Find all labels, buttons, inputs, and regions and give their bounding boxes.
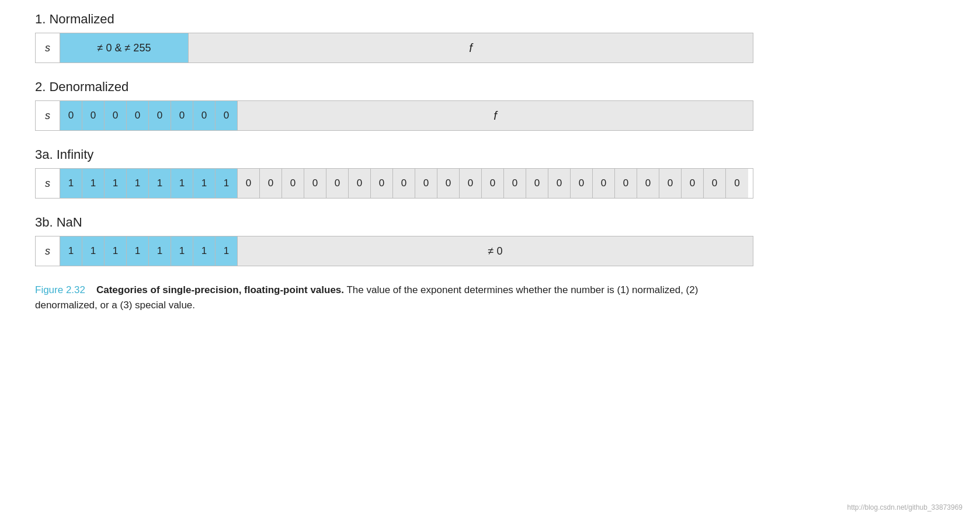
inf-frac-bit-5: 0 <box>349 169 371 198</box>
nan-frac-label: ≠ 0 <box>488 245 503 257</box>
inf-frac-bit-4: 0 <box>326 169 349 198</box>
inf-frac-bit-9: 0 <box>437 169 460 198</box>
denorm-bit-0: 0 <box>60 101 82 130</box>
caption-spacer <box>88 284 93 295</box>
denormalized-row: s 0 0 0 0 0 0 0 0 f <box>35 100 753 131</box>
inf-s-label: s <box>45 178 50 190</box>
inf-frac-bit-6: 0 <box>371 169 393 198</box>
infinity-section: 3a. Infinity s 1 1 1 1 1 1 1 1 0 0 0 0 0… <box>35 147 945 199</box>
inf-s-cell: s <box>36 169 60 198</box>
infinity-row: s 1 1 1 1 1 1 1 1 0 0 0 0 0 0 0 0 0 0 0 … <box>35 168 753 199</box>
denorm-frac-cell: f <box>238 101 753 130</box>
inf-frac-bit-17: 0 <box>615 169 637 198</box>
nan-exp-bit-1: 1 <box>82 236 105 266</box>
inf-frac-bit-16: 0 <box>593 169 615 198</box>
watermark: http://blog.csdn.net/github_33873969 <box>847 503 963 511</box>
denorm-bit-7: 0 <box>216 101 238 130</box>
normalized-s-cell: s <box>36 33 60 62</box>
normalized-row: s ≠ 0 & ≠ 255 f <box>35 33 753 63</box>
normalized-title: 1. Normalized <box>35 12 945 27</box>
nan-exp-bit-7: 1 <box>216 236 238 266</box>
nan-s-cell: s <box>36 236 60 266</box>
normalized-section: 1. Normalized s ≠ 0 & ≠ 255 f <box>35 12 945 63</box>
nan-section: 3b. NaN s 1 1 1 1 1 1 1 1 ≠ 0 <box>35 215 945 266</box>
inf-frac-bit-19: 0 <box>659 169 682 198</box>
denormalized-title: 2. Denormalized <box>35 79 945 95</box>
nan-title: 3b. NaN <box>35 215 945 230</box>
inf-frac-bit-10: 0 <box>460 169 482 198</box>
inf-frac-bit-0: 0 <box>238 169 260 198</box>
denorm-frac-label: f <box>494 109 497 123</box>
nan-s-label: s <box>45 245 50 257</box>
inf-frac-bit-14: 0 <box>548 169 571 198</box>
inf-frac-bit-18: 0 <box>637 169 659 198</box>
nan-exp-bit-4: 1 <box>149 236 171 266</box>
denormalized-section: 2. Denormalized s 0 0 0 0 0 0 0 0 f <box>35 79 945 131</box>
nan-row: s 1 1 1 1 1 1 1 1 ≠ 0 <box>35 236 753 266</box>
denorm-s-cell: s <box>36 101 60 130</box>
caption-bold-text: Categories of single-precision, floating… <box>96 284 344 295</box>
nan-exp-bit-0: 1 <box>60 236 82 266</box>
denorm-s-label: s <box>45 110 50 122</box>
caption-label: Figure 2.32 <box>35 284 85 295</box>
inf-frac-bit-1: 0 <box>260 169 282 198</box>
nan-exp-bit-2: 1 <box>105 236 127 266</box>
normalized-frac-label: f <box>469 41 472 55</box>
inf-exp-bit-6: 1 <box>193 169 216 198</box>
inf-exp-bit-4: 1 <box>149 169 171 198</box>
inf-frac-bit-20: 0 <box>682 169 704 198</box>
nan-frac-cell: ≠ 0 <box>238 236 753 266</box>
inf-frac-bit-12: 0 <box>504 169 526 198</box>
inf-exp-bit-2: 1 <box>105 169 127 198</box>
normalized-s-label: s <box>45 42 50 54</box>
denorm-bit-1: 0 <box>82 101 105 130</box>
denorm-bit-6: 0 <box>193 101 216 130</box>
inf-exp-bit-5: 1 <box>171 169 193 198</box>
inf-frac-bit-8: 0 <box>415 169 437 198</box>
inf-frac-bit-21: 0 <box>704 169 726 198</box>
denorm-bit-3: 0 <box>127 101 149 130</box>
denorm-bit-5: 0 <box>171 101 193 130</box>
inf-frac-bit-2: 0 <box>282 169 304 198</box>
infinity-title: 3a. Infinity <box>35 147 945 162</box>
inf-exp-bit-0: 1 <box>60 169 82 198</box>
nan-exp-bit-3: 1 <box>127 236 149 266</box>
inf-frac-bit-22: 0 <box>726 169 748 198</box>
denorm-bit-2: 0 <box>105 101 127 130</box>
inf-exp-bit-3: 1 <box>127 169 149 198</box>
inf-frac-bit-3: 0 <box>304 169 326 198</box>
inf-frac-bit-7: 0 <box>393 169 415 198</box>
nan-exp-bit-6: 1 <box>193 236 216 266</box>
inf-frac-bit-15: 0 <box>571 169 593 198</box>
denorm-bit-4: 0 <box>149 101 171 130</box>
normalized-exp-label: ≠ 0 & ≠ 255 <box>98 42 151 54</box>
nan-exp-bit-5: 1 <box>171 236 193 266</box>
inf-exp-bit-1: 1 <box>82 169 105 198</box>
inf-exp-bit-7: 1 <box>216 169 238 198</box>
figure-caption: Figure 2.32 Categories of single-precisi… <box>35 283 753 314</box>
normalized-exp-cell: ≠ 0 & ≠ 255 <box>60 33 189 62</box>
inf-frac-bit-11: 0 <box>482 169 504 198</box>
normalized-frac-cell: f <box>189 33 753 62</box>
inf-frac-bit-13: 0 <box>526 169 548 198</box>
